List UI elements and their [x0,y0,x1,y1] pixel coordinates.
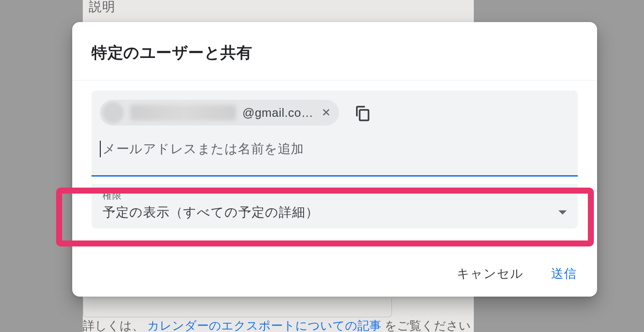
share-dialog: 特定のユーザーと共有 @gmail.co… ✕ [72,22,597,297]
permission-value-row: 予定の表示（すべての予定の詳細） [103,204,567,221]
chevron-down-icon [558,209,567,216]
svg-marker-1 [558,211,567,215]
email-input[interactable]: メールアドレスまたは名前を追加 [100,140,569,158]
text-caret [100,141,101,157]
permission-select[interactable]: 権限 予定の表示（すべての予定の詳細） [92,184,578,229]
permission-value: 予定の表示（すべての予定の詳細） [103,204,319,221]
remove-recipient-button[interactable]: ✕ [320,105,333,120]
avatar [103,102,124,123]
chip-row: @gmail.co… ✕ [100,100,569,126]
dialog-title: 特定のユーザーと共有 [72,22,597,80]
background-footer-text: 詳しくは、 カレンダーのエクスポートについての記事 をご覧ください [83,318,471,332]
background-input-outline [83,298,392,317]
permission-label: 権限 [103,189,567,202]
background-description-label: 説明 [89,0,115,16]
cancel-button[interactable]: キャンセル [453,263,527,285]
recipient-name-redacted [130,105,236,120]
email-zone: @gmail.co… ✕ メールアドレスまたは名前を追加 [92,91,578,177]
copy-icon[interactable] [353,103,372,122]
dialog-body: @gmail.co… ✕ メールアドレスまたは名前を追加 権限 予定の表示（すべ… [72,80,597,249]
dialog-footer: キャンセル 送信 [72,249,597,297]
background-footer-prefix: 詳しくは、 [83,319,144,332]
submit-button[interactable]: 送信 [547,263,581,285]
email-input-placeholder: メールアドレスまたは名前を追加 [103,140,304,158]
recipient-chip[interactable]: @gmail.co… ✕ [100,100,339,126]
background-footer-link[interactable]: カレンダーのエクスポートについての記事 [147,319,381,332]
svg-rect-0 [360,110,368,120]
background-footer-suffix: をご覧ください [385,319,471,332]
recipient-email-tail: @gmail.co… [242,106,313,120]
